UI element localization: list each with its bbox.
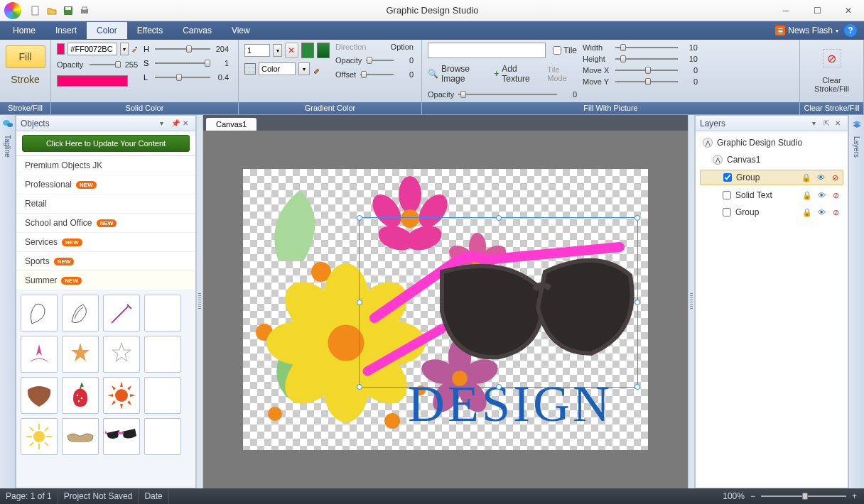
gradient-stop-input[interactable]: [244, 44, 270, 57]
object-thumb[interactable]: [21, 377, 58, 414]
pin-icon[interactable]: 📌: [171, 119, 180, 128]
object-thumb[interactable]: [21, 418, 58, 455]
delete-icon[interactable]: ⊘: [830, 172, 840, 182]
canvas-tab[interactable]: Canvas1: [206, 118, 256, 131]
object-thumb[interactable]: [62, 418, 99, 455]
close-button[interactable]: ✕: [833, 0, 864, 21]
object-thumb[interactable]: [62, 336, 99, 373]
add-texture-button[interactable]: +Add Texture: [494, 64, 540, 84]
dropdown-icon[interactable]: ▾: [812, 119, 821, 128]
pic-movey-slider[interactable]: [615, 77, 678, 87]
zoom-slider[interactable]: [761, 491, 846, 501]
menu-canvas[interactable]: Canvas: [173, 22, 222, 39]
hue-slider[interactable]: [155, 44, 210, 54]
selection-box[interactable]: [359, 217, 638, 388]
menu-insert[interactable]: Insert: [45, 22, 87, 39]
grad-eyedropper-icon[interactable]: [313, 64, 323, 74]
canvas-area[interactable]: DESIGN: [203, 131, 688, 488]
news-flash-link[interactable]: ≣ News Flash ▾: [775, 26, 838, 35]
lock-icon[interactable]: 🔒: [802, 190, 812, 200]
maximize-button[interactable]: ☐: [801, 0, 833, 21]
object-thumb[interactable]: [103, 336, 140, 373]
object-thumb[interactable]: [103, 418, 140, 455]
object-thumb[interactable]: [144, 377, 181, 414]
object-thumb[interactable]: [21, 336, 58, 373]
zoom-out-button[interactable]: −: [750, 491, 755, 501]
grad-swatch-1[interactable]: [301, 43, 314, 58]
layer-checkbox[interactable]: [723, 208, 731, 217]
color-swatch[interactable]: [57, 43, 65, 55]
stroke-button[interactable]: Stroke: [3, 70, 48, 89]
tile-checkbox[interactable]: Tile: [553, 45, 577, 55]
browse-image-button[interactable]: 🔍Browse Image: [428, 64, 487, 84]
opacity-slider[interactable]: [90, 60, 118, 70]
grad-color-input[interactable]: [259, 62, 296, 75]
layer-item[interactable]: Group🔒👁⊘: [700, 170, 843, 185]
collapse-icon[interactable]: ⋀: [703, 138, 713, 148]
menu-home[interactable]: Home: [3, 22, 45, 39]
qat-save-icon[interactable]: [61, 4, 75, 18]
pic-movex-slider[interactable]: [615, 65, 678, 75]
layer-checkbox[interactable]: [723, 173, 732, 182]
zoom-in-button[interactable]: +: [852, 491, 857, 501]
artboard[interactable]: DESIGN: [243, 169, 648, 450]
qat-print-icon[interactable]: [77, 4, 92, 18]
object-thumb[interactable]: [103, 377, 140, 414]
eye-icon[interactable]: 👁: [816, 190, 826, 200]
close-pane-icon[interactable]: ✕: [183, 119, 191, 128]
delete-stop-button[interactable]: ✕: [285, 43, 298, 58]
lock-icon[interactable]: 🔒: [802, 207, 812, 217]
grad-opacity-slider[interactable]: [366, 55, 394, 65]
grad-swatch-2[interactable]: [317, 43, 330, 58]
color-dropdown-button[interactable]: ▾: [120, 43, 128, 55]
object-thumb[interactable]: [144, 295, 181, 332]
hex-input[interactable]: [68, 43, 117, 55]
fill-button[interactable]: Fill: [6, 45, 45, 68]
layer-item[interactable]: Solid Text🔒👁⊘: [700, 188, 843, 202]
object-thumb[interactable]: [21, 295, 58, 332]
category-item[interactable]: ProfessionalNEW: [16, 175, 195, 195]
category-item[interactable]: ServicesNEW: [16, 233, 195, 252]
object-thumb[interactable]: [144, 418, 181, 455]
right-resize-grip[interactable]: [688, 115, 695, 488]
eyedropper-icon[interactable]: [131, 44, 138, 54]
pin-icon[interactable]: ⇱: [824, 119, 832, 128]
left-resize-grip[interactable]: [196, 115, 203, 488]
grad-color-swatch[interactable]: [244, 63, 256, 75]
stop-dropdown[interactable]: ▾: [273, 44, 282, 57]
pic-height-slider[interactable]: [615, 54, 678, 64]
layer-canvas[interactable]: ⋀Canvas1: [700, 153, 843, 167]
layer-item[interactable]: Group🔒👁⊘: [700, 205, 843, 219]
eye-icon[interactable]: 👁: [816, 172, 826, 182]
lock-icon[interactable]: 🔒: [801, 172, 811, 182]
menu-view[interactable]: View: [222, 22, 260, 39]
category-item[interactable]: SummerNEW: [16, 271, 195, 290]
menu-effects[interactable]: Effects: [127, 22, 173, 39]
sat-slider[interactable]: [155, 58, 210, 68]
pic-width-slider[interactable]: [615, 43, 678, 53]
delete-icon[interactable]: ⊘: [831, 190, 841, 200]
dropdown-icon[interactable]: ▾: [160, 119, 168, 128]
object-thumb[interactable]: [62, 295, 99, 332]
category-item[interactable]: School and OfficeNEW: [16, 214, 195, 233]
layer-checkbox[interactable]: [723, 191, 731, 199]
help-button[interactable]: ?: [844, 24, 857, 37]
layer-root[interactable]: ⋀Graphic Design Studio: [700, 136, 843, 150]
menu-color[interactable]: Color: [87, 22, 127, 39]
layers-tab[interactable]: Layers: [848, 115, 864, 488]
category-item[interactable]: Premium Objects JK: [16, 156, 195, 175]
eye-icon[interactable]: 👁: [816, 207, 826, 217]
category-item[interactable]: SportsNEW: [16, 252, 195, 271]
clear-strokefill-button[interactable]: Clear Stroke/Fill: [806, 76, 858, 93]
delete-icon[interactable]: ⊘: [831, 207, 841, 217]
tagline-tab[interactable]: Tagline: [0, 115, 16, 488]
qat-new-icon[interactable]: [28, 4, 43, 18]
object-thumb[interactable]: [62, 377, 99, 414]
clear-icon[interactable]: ⊘: [823, 49, 841, 67]
object-thumb[interactable]: [144, 336, 181, 373]
minimize-button[interactable]: ─: [770, 0, 801, 21]
close-pane-icon[interactable]: ✕: [835, 119, 843, 128]
object-thumb[interactable]: [103, 295, 140, 332]
pic-opacity-slider[interactable]: [458, 89, 557, 99]
update-content-button[interactable]: Click Here to Update Your Content: [22, 135, 190, 152]
